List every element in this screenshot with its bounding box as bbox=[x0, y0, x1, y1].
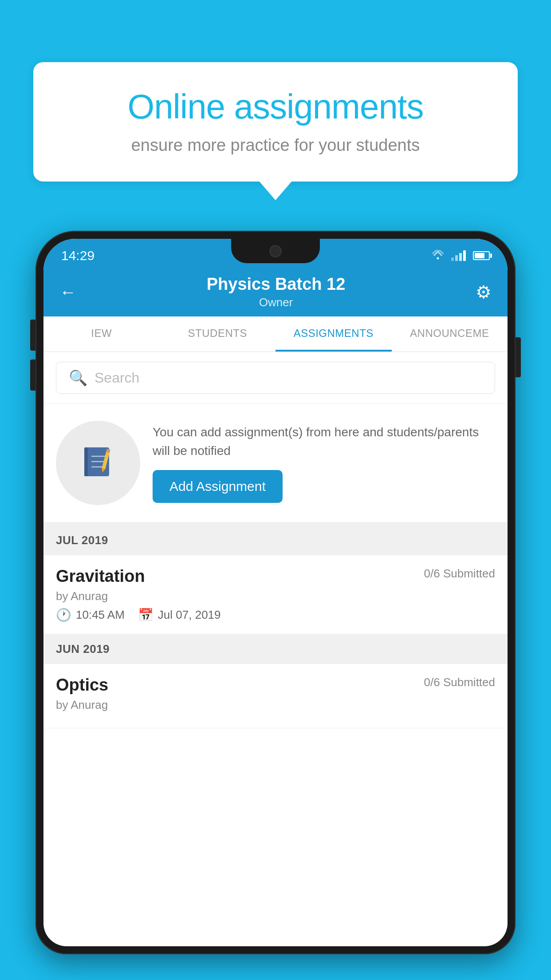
search-icon: 🔍 bbox=[69, 369, 87, 387]
clock-icon: 🕐 bbox=[56, 608, 71, 622]
assignment-top: Gravitation 0/6 Submitted bbox=[56, 567, 495, 586]
assignment-author-optics: by Anurag bbox=[56, 698, 495, 712]
signal-icon bbox=[451, 250, 466, 261]
assignment-name-optics: Optics bbox=[56, 676, 108, 695]
header-center: Physics Batch 12 Owner bbox=[207, 275, 346, 309]
promo-subtitle: ensure more practice for your students bbox=[60, 136, 491, 155]
assignment-date: 📅 Jul 07, 2019 bbox=[138, 608, 221, 622]
add-assignment-button[interactable]: Add Assignment bbox=[153, 470, 283, 503]
assignment-submitted: 0/6 Submitted bbox=[424, 567, 495, 581]
assignment-time: 🕐 10:45 AM bbox=[56, 608, 125, 622]
wifi-icon bbox=[430, 250, 446, 261]
promo-description: You can add assignment(s) from here and … bbox=[153, 423, 495, 460]
promo-card: Online assignments ensure more practice … bbox=[33, 62, 518, 182]
search-placeholder: Search bbox=[94, 370, 139, 386]
promo-icon-circle bbox=[56, 421, 140, 505]
search-container: 🔍 Search bbox=[43, 352, 508, 404]
tab-students[interactable]: STUDENTS bbox=[160, 316, 276, 352]
assignment-submitted-optics: 0/6 Submitted bbox=[424, 676, 495, 689]
promo-title: Online assignments bbox=[60, 87, 491, 127]
tabs-bar: IEW STUDENTS ASSIGNMENTS ANNOUNCEME bbox=[43, 316, 508, 352]
phone-screen: 14:29 bbox=[43, 239, 508, 946]
calendar-icon: 📅 bbox=[138, 608, 153, 622]
phone-frame: 14:29 bbox=[35, 231, 516, 980]
tab-iew[interactable]: IEW bbox=[43, 316, 160, 352]
notebook-icon bbox=[78, 443, 118, 483]
assignment-item-optics[interactable]: Optics 0/6 Submitted by Anurag bbox=[43, 664, 508, 728]
volume-down-button bbox=[30, 360, 35, 391]
phone-outer: 14:29 bbox=[35, 231, 516, 954]
phone-notch bbox=[231, 239, 320, 263]
app-header: ← Physics Batch 12 Owner ⚙ bbox=[43, 268, 508, 316]
assignment-name: Gravitation bbox=[56, 567, 145, 586]
assignment-item-gravitation[interactable]: Gravitation 0/6 Submitted by Anurag 🕐 10… bbox=[43, 555, 508, 634]
assignment-top-optics: Optics 0/6 Submitted bbox=[56, 676, 495, 695]
promo-content: You can add assignment(s) from here and … bbox=[153, 423, 495, 503]
assignment-meta: 🕐 10:45 AM 📅 Jul 07, 2019 bbox=[56, 608, 495, 622]
front-camera bbox=[269, 245, 282, 257]
assignment-author: by Anurag bbox=[56, 589, 495, 603]
section-header-jul: JUL 2019 bbox=[43, 526, 508, 555]
settings-icon[interactable]: ⚙ bbox=[476, 282, 492, 302]
tab-announcements[interactable]: ANNOUNCEME bbox=[392, 316, 508, 352]
header-subtitle: Owner bbox=[207, 296, 346, 309]
section-header-jun: JUN 2019 bbox=[43, 634, 508, 664]
search-bar[interactable]: 🔍 Search bbox=[56, 362, 495, 394]
promo-section: You can add assignment(s) from here and … bbox=[43, 404, 508, 526]
battery-icon bbox=[473, 251, 490, 260]
tab-assignments[interactable]: ASSIGNMENTS bbox=[276, 316, 392, 352]
header-title: Physics Batch 12 bbox=[207, 275, 346, 294]
svg-rect-1 bbox=[84, 447, 88, 476]
status-time: 14:29 bbox=[61, 248, 94, 263]
status-icons bbox=[430, 250, 490, 261]
volume-up-button bbox=[30, 320, 35, 351]
back-button[interactable]: ← bbox=[59, 284, 76, 300]
power-button bbox=[516, 337, 521, 377]
speech-bubble: Online assignments ensure more practice … bbox=[33, 62, 518, 182]
